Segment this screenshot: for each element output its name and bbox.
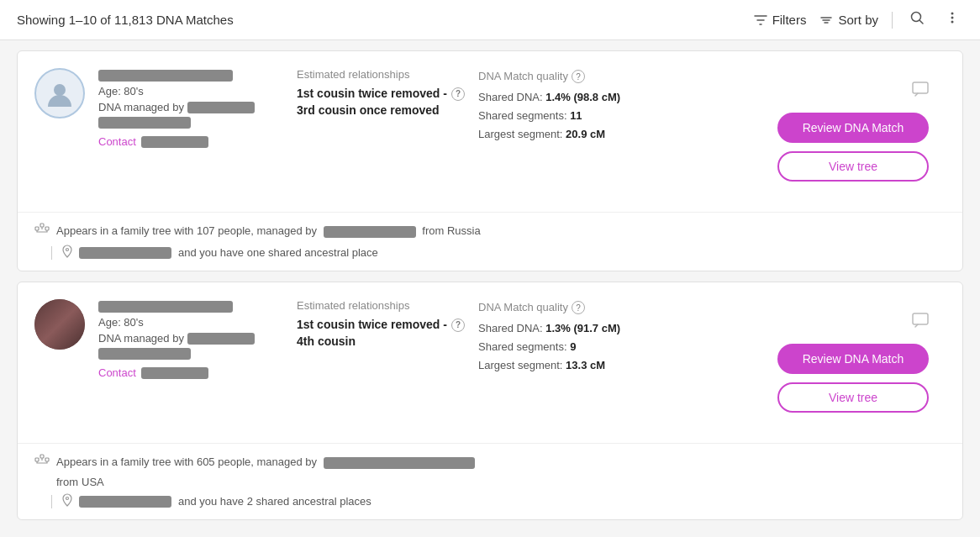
location-pin-icon bbox=[62, 493, 72, 509]
results-count: Showing 1–10 of 11,813 DNA Matches bbox=[17, 13, 740, 27]
dna-quality-label: DNA Match quality ? bbox=[478, 299, 747, 314]
shared-dna: Shared DNA: 1.3% (91.7 cM) bbox=[478, 319, 747, 338]
footer-location-from: from USA bbox=[34, 476, 946, 488]
redacted-name bbox=[98, 70, 233, 82]
managed-label: DNA managed by bbox=[98, 332, 184, 345]
speech-bubble-icon bbox=[912, 313, 929, 328]
contact-link[interactable]: Contact bbox=[98, 366, 136, 379]
family-tree-icon bbox=[34, 223, 50, 236]
shared-segments-value: 9 bbox=[570, 340, 576, 353]
top-bar: Showing 1–10 of 11,813 DNA Matches Filte… bbox=[0, 0, 980, 40]
tree-icon bbox=[34, 223, 50, 240]
divider bbox=[892, 12, 893, 29]
redacted-name bbox=[98, 301, 233, 313]
svg-rect-5 bbox=[913, 82, 928, 93]
person-icon bbox=[45, 78, 75, 108]
largest-segment-value: 20.9 cM bbox=[566, 128, 605, 140]
largest-segment: Largest segment: 13.3 cM bbox=[478, 356, 747, 375]
age-line: Age: 80's bbox=[98, 316, 283, 329]
dna-help-icon[interactable]: ? bbox=[572, 301, 585, 314]
comment-icon[interactable] bbox=[912, 82, 929, 101]
tree-icon bbox=[34, 454, 50, 471]
match-actions: Review DNA Match View tree bbox=[761, 68, 946, 195]
avatar-photo bbox=[34, 299, 85, 350]
search-icon bbox=[909, 10, 925, 25]
svg-point-2 bbox=[951, 17, 954, 19]
name-block bbox=[98, 299, 283, 313]
estimated-col: Estimated relationships 1st cousin twice… bbox=[297, 299, 465, 350]
pin-icon bbox=[62, 493, 72, 507]
redacted-manager bbox=[187, 333, 255, 345]
redacted-manager-name bbox=[324, 226, 416, 238]
avatar-photo-inner bbox=[34, 299, 85, 350]
avatar bbox=[34, 68, 85, 118]
dna-quality-label: DNA Match quality ? bbox=[478, 68, 747, 83]
help-icon[interactable]: ? bbox=[451, 87, 465, 101]
contact-link[interactable]: Contact bbox=[98, 135, 136, 148]
branch-connector-line bbox=[51, 246, 52, 260]
shared-segments: Shared segments: 11 bbox=[478, 107, 747, 125]
shared-dna-value: 1.4% (98.8 cM) bbox=[545, 91, 620, 103]
match-card-body: Age: 80's DNA managed by Contact Estimat… bbox=[18, 282, 962, 443]
match-card-body: Age: 80's DNA managed by Contact Estimat… bbox=[18, 51, 962, 212]
redacted-manager-2 bbox=[98, 117, 191, 129]
help-icon[interactable]: ? bbox=[451, 319, 465, 332]
svg-rect-10 bbox=[913, 313, 928, 324]
redacted-contact bbox=[141, 367, 208, 379]
sortby-button[interactable]: Sort by bbox=[819, 13, 878, 27]
review-dna-button[interactable]: Review DNA Match bbox=[777, 113, 929, 143]
shared-dna: Shared DNA: 1.4% (98.8 cM) bbox=[478, 88, 747, 107]
contact-line: Contact bbox=[98, 135, 283, 148]
svg-rect-6 bbox=[35, 227, 39, 230]
svg-point-3 bbox=[951, 21, 954, 24]
shared-dna-value: 1.3% (91.7 cM) bbox=[545, 322, 620, 334]
footer-tree-row: Appears in a family tree with 605 people… bbox=[34, 454, 946, 471]
pin-icon bbox=[62, 245, 72, 258]
svg-point-1 bbox=[951, 13, 954, 15]
age-text: Age: 80's bbox=[98, 85, 144, 97]
managed-line-2 bbox=[98, 348, 283, 360]
review-dna-button[interactable]: Review DNA Match bbox=[777, 344, 929, 374]
footer-location-row: and you have one shared ancestral place bbox=[34, 245, 946, 261]
tree-text: Appears in a family tree with 107 people… bbox=[56, 224, 481, 238]
relationship-value: 1st cousin twice removed - 4th cousin bbox=[297, 317, 448, 350]
sortby-icon bbox=[819, 13, 833, 27]
view-tree-button[interactable]: View tree bbox=[777, 382, 929, 413]
more-options-button[interactable] bbox=[941, 8, 963, 31]
search-button[interactable] bbox=[906, 8, 928, 31]
speech-bubble-icon bbox=[912, 82, 929, 97]
shared-segments: Shared segments: 9 bbox=[478, 338, 747, 356]
redacted-contact bbox=[141, 136, 208, 148]
svg-point-9 bbox=[66, 249, 69, 251]
tree-text: Appears in a family tree with 605 people… bbox=[56, 455, 478, 469]
view-tree-button[interactable]: View tree bbox=[777, 151, 929, 182]
relationship-value: 1st cousin twice removed - 3rd cousin on… bbox=[297, 86, 448, 118]
match-card: Age: 80's DNA managed by Contact Estimat… bbox=[17, 282, 963, 520]
branch-connector-line bbox=[51, 495, 52, 508]
dna-quality-col: DNA Match quality ? Shared DNA: 1.3% (91… bbox=[478, 299, 747, 375]
filter-icon bbox=[754, 13, 767, 27]
footer-tree-row: Appears in a family tree with 107 people… bbox=[34, 223, 946, 240]
managed-line: DNA managed by bbox=[98, 101, 283, 113]
match-card: Age: 80's DNA managed by Contact Estimat… bbox=[17, 50, 963, 271]
shared-segments-value: 11 bbox=[570, 109, 582, 122]
relationship-text: 1st cousin twice removed - 4th cousin ? bbox=[297, 317, 465, 350]
svg-point-0 bbox=[912, 13, 921, 22]
redacted-place bbox=[79, 496, 171, 508]
svg-rect-8 bbox=[45, 227, 49, 230]
managed-line: DNA managed by bbox=[98, 332, 283, 345]
person-info: Age: 80's DNA managed by Contact bbox=[98, 68, 283, 148]
estimated-label: Estimated relationships bbox=[297, 68, 465, 81]
dna-help-icon[interactable]: ? bbox=[572, 70, 585, 83]
more-options-icon bbox=[945, 10, 960, 25]
match-footer: Appears in a family tree with 107 people… bbox=[18, 212, 962, 271]
family-tree-icon bbox=[34, 454, 50, 467]
svg-rect-7 bbox=[40, 224, 44, 227]
largest-segment: Largest segment: 20.9 cM bbox=[478, 125, 747, 144]
match-actions: Review DNA Match View tree bbox=[761, 299, 946, 426]
comment-icon[interactable] bbox=[912, 313, 929, 332]
redacted-place bbox=[79, 247, 171, 259]
redacted-manager bbox=[187, 102, 255, 113]
filters-button[interactable]: Filters bbox=[754, 13, 807, 27]
footer-location-row: and you have 2 shared ancestral places bbox=[34, 493, 946, 509]
